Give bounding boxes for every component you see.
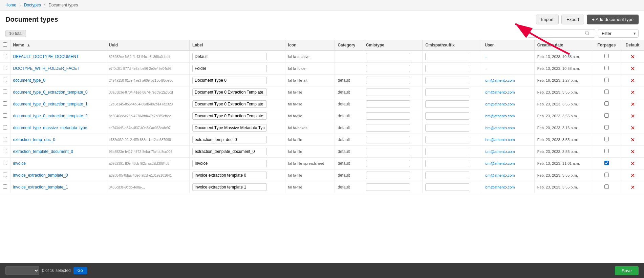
row-forpages-checkbox[interactable] <box>604 66 609 70</box>
row-checkbox[interactable] <box>3 184 7 189</box>
row-forpages-checkbox[interactable] <box>604 101 609 106</box>
row-cmistype-input[interactable] <box>366 65 410 72</box>
row-cmistype-input[interactable] <box>366 183 410 191</box>
breadcrumb-home[interactable]: Home <box>5 3 16 7</box>
row-cmistype-input[interactable] <box>366 53 410 60</box>
breadcrumb-doctypes[interactable]: Doctypes <box>24 3 41 7</box>
row-cmispathsuffix-input[interactable] <box>425 53 469 60</box>
row-delete-button[interactable]: ✕ <box>630 172 635 179</box>
row-forpages-checkbox[interactable] <box>604 184 609 189</box>
row-checkbox[interactable] <box>3 137 7 141</box>
row-name-link[interactable]: DOCTYPE_WITH_FOLDER_FACET <box>13 66 80 71</box>
row-name-link[interactable]: invoice_extraction_template_0 <box>13 173 68 178</box>
row-label-input[interactable] <box>192 148 267 155</box>
row-checkbox[interactable] <box>3 125 7 130</box>
row-forpages-checkbox[interactable] <box>604 54 609 58</box>
row-checkbox[interactable] <box>3 173 7 177</box>
search-input[interactable] <box>531 31 585 36</box>
row-name-link[interactable]: document_type_0 <box>13 78 45 83</box>
row-label-input[interactable] <box>192 160 267 167</box>
row-cmispathsuffix-input[interactable] <box>425 124 469 132</box>
row-delete-button[interactable]: ✕ <box>630 125 635 131</box>
row-cmistype-input[interactable] <box>366 124 410 132</box>
row-name-link[interactable]: document_type_0_extraction_template_0 <box>13 90 88 95</box>
row-checkbox[interactable] <box>3 78 7 82</box>
row-cmistype-input[interactable] <box>366 100 410 108</box>
row-category: default <box>338 149 350 154</box>
row-cmistype-input[interactable] <box>366 148 410 155</box>
row-delete-cell: ✕ <box>621 158 644 170</box>
row-name-link[interactable]: invoice <box>13 161 26 166</box>
row-cmistype-input[interactable] <box>366 112 410 120</box>
row-cmistype-input[interactable] <box>366 172 410 179</box>
row-forpages-checkbox[interactable] <box>604 161 609 165</box>
row-delete-button[interactable]: ✕ <box>630 113 635 119</box>
row-forpages-checkbox[interactable] <box>604 173 609 177</box>
row-delete-cell: ✕ <box>621 170 644 181</box>
row-checkbox[interactable] <box>3 66 7 70</box>
row-label-input[interactable] <box>192 124 267 132</box>
row-forpages-checkbox[interactable] <box>604 149 609 153</box>
row-name-link[interactable]: extraction_temp_doc_0 <box>13 137 56 142</box>
row-label-input[interactable] <box>192 100 267 108</box>
row-cmispathsuffix-input[interactable] <box>425 77 469 84</box>
row-delete-button[interactable]: ✕ <box>630 184 635 191</box>
row-checkbox[interactable] <box>3 149 7 153</box>
row-delete-button[interactable]: ✕ <box>630 148 635 155</box>
row-delete-button[interactable]: ✕ <box>630 137 635 143</box>
row-label-input[interactable] <box>192 136 267 143</box>
row-cmispathsuffix-input[interactable] <box>425 160 469 167</box>
row-label-input[interactable] <box>192 112 267 120</box>
row-forpages-checkbox[interactable] <box>604 125 609 130</box>
export-button[interactable]: Export <box>561 15 584 24</box>
row-checkbox[interactable] <box>3 101 7 106</box>
row-cmistype-input[interactable] <box>366 88 410 96</box>
row-cmispathsuffix-input[interactable] <box>425 100 469 108</box>
row-label-input[interactable] <box>192 88 267 96</box>
row-label-input[interactable] <box>192 183 267 191</box>
row-cmistype-input[interactable] <box>366 77 410 84</box>
row-checkbox[interactable] <box>3 54 7 58</box>
breadcrumb-current: Document types <box>48 3 78 7</box>
row-forpages-checkbox[interactable] <box>604 78 609 82</box>
row-cmispathsuffix-input[interactable] <box>425 183 469 191</box>
row-forpages-checkbox[interactable] <box>604 90 609 94</box>
row-delete-button[interactable]: ✕ <box>630 101 635 107</box>
row-cmistype-input[interactable] <box>366 160 410 167</box>
select-all-checkbox[interactable] <box>3 42 7 47</box>
row-forpages-checkbox[interactable] <box>604 113 609 118</box>
row-delete-button[interactable]: ✕ <box>630 54 635 60</box>
row-name-link[interactable]: DEFAULT_DOCTYPE_DOCUMENT <box>13 54 79 59</box>
row-cmispathsuffix-input[interactable] <box>425 65 469 72</box>
row-delete-button[interactable]: ✕ <box>630 160 635 167</box>
filter-select[interactable]: Filter <box>598 29 639 38</box>
row-icon-text: fal fa-file-alt <box>288 78 307 82</box>
row-checkbox[interactable] <box>3 113 7 118</box>
row-name-link[interactable]: document_type_massive_metadata_type <box>13 125 87 130</box>
row-label-input[interactable] <box>192 65 267 72</box>
row-name-link[interactable]: extraction_template_document_0 <box>13 149 73 154</box>
row-name-link[interactable]: document_type_0_extraction_template_2 <box>13 114 88 118</box>
row-forpages-checkbox[interactable] <box>604 137 609 141</box>
row-delete-button[interactable]: ✕ <box>630 77 635 84</box>
row-label-input[interactable] <box>192 53 267 60</box>
import-button[interactable]: Import <box>536 15 559 24</box>
row-label-input[interactable] <box>192 77 267 84</box>
row-cmispathsuffix-input[interactable] <box>425 148 469 155</box>
row-cmistype-cell <box>363 170 422 181</box>
row-delete-button[interactable]: ✕ <box>630 89 635 96</box>
row-checkbox[interactable] <box>3 161 7 165</box>
row-cmispathsuffix-input[interactable] <box>425 136 469 143</box>
row-cmispathsuffix-input[interactable] <box>425 172 469 179</box>
add-document-type-button[interactable]: + Add document type <box>587 15 639 24</box>
row-delete-button[interactable]: ✕ <box>630 65 635 72</box>
page-title: Document types <box>5 16 58 23</box>
row-cmispathsuffix-input[interactable] <box>425 88 469 96</box>
row-checkbox[interactable] <box>3 90 7 94</box>
row-cmispathsuffix-input[interactable] <box>425 112 469 120</box>
row-cmistype-input[interactable] <box>366 136 410 143</box>
row-label-input[interactable] <box>192 172 267 179</box>
row-name-link[interactable]: invoice_extraction_template_1 <box>13 185 68 190</box>
header-name[interactable]: Name ▲ <box>10 40 106 51</box>
row-name-link[interactable]: document_type_0_extraction_template_1 <box>13 102 88 106</box>
